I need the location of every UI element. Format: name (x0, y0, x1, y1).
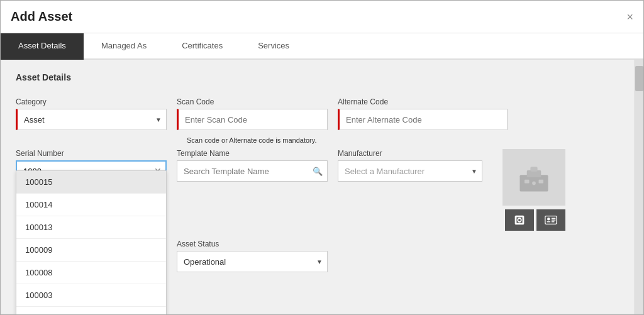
right-panel (502, 149, 565, 231)
modal-body: Asset Details Category Asset Component C… (1, 60, 643, 314)
dropdown-item-2[interactable]: 100013 (16, 216, 166, 239)
scan-code-label: Scan Code (177, 97, 328, 106)
dropdown-item-3[interactable]: 100009 (16, 239, 166, 262)
alternate-code-input[interactable] (338, 109, 508, 130)
image-buttons (505, 209, 565, 231)
mandatory-msg-row: Scan code or Alternate code is mandatory… (16, 134, 619, 144)
dropdown-item-1[interactable]: 100014 (16, 194, 166, 216)
asset-status-wrapper: Operational Non-Operational Retired ▼ (177, 251, 328, 272)
camera-button[interactable] (505, 209, 534, 231)
template-name-group: Template Name 🔍 (177, 149, 328, 182)
id-button[interactable] (536, 209, 565, 231)
mandatory-message: Scan code or Alternate code is mandatory… (187, 136, 316, 144)
manufacturer-select[interactable]: Select a Manufacturer (338, 160, 482, 182)
form-row-1: Category Asset Component Consumable ▼ Sc… (16, 97, 619, 130)
category-group: Category Asset Component Consumable ▼ (16, 97, 167, 130)
form-row-2: Serial Number ✕ 100015 100014 100013 100… (16, 149, 619, 231)
content-area: Asset Details Category Asset Component C… (1, 60, 635, 314)
modal-header: Add Asset × (1, 1, 643, 33)
tab-bar: Asset Details Managed As Certificates Se… (1, 33, 643, 60)
category-label: Category (16, 97, 167, 106)
tab-asset-details[interactable]: Asset Details (1, 33, 84, 60)
dropdown-item-6[interactable]: 100004 (16, 307, 166, 314)
add-asset-modal: Add Asset × Asset Details Managed As Cer… (0, 0, 644, 315)
scrollbar-thumb[interactable] (635, 66, 643, 91)
dropdown-item-0[interactable]: 100015 (16, 171, 166, 194)
svg-point-7 (547, 218, 550, 221)
template-name-input[interactable] (177, 160, 328, 182)
manufacturer-group: Manufacturer Select a Manufacturer ▼ (338, 149, 482, 182)
serial-number-group: Serial Number ✕ 100015 100014 100013 100… (16, 149, 167, 182)
tab-certificates[interactable]: Certificates (164, 33, 240, 60)
scan-code-group: Scan Code (177, 97, 328, 130)
scrollbar[interactable] (635, 60, 643, 314)
close-button[interactable]: × (626, 11, 633, 23)
svg-rect-4 (539, 180, 544, 184)
serial-dropdown: 100015 100014 100013 100009 100008 10000… (16, 170, 167, 314)
modal-title: Add Asset (11, 9, 72, 24)
dropdown-item-4[interactable]: 100008 (16, 262, 166, 284)
category-select[interactable]: Asset Component Consumable (16, 109, 167, 130)
dropdown-item-5[interactable]: 100003 (16, 284, 166, 307)
serial-number-label: Serial Number (16, 149, 167, 158)
asset-status-group: Asset Status Operational Non-Operational… (177, 240, 328, 272)
alternate-code-group: Alternate Code (338, 97, 508, 130)
section-title: Asset Details (16, 72, 619, 86)
asset-image-icon (515, 158, 553, 196)
manufacturer-wrapper: Select a Manufacturer ▼ (338, 160, 482, 182)
template-name-label: Template Name (177, 149, 328, 158)
tab-managed-as[interactable]: Managed As (84, 33, 164, 60)
manufacturer-label: Manufacturer (338, 149, 482, 158)
category-select-wrapper: Asset Component Consumable ▼ (16, 109, 167, 130)
asset-image-area (502, 149, 565, 206)
asset-status-select[interactable]: Operational Non-Operational Retired (177, 251, 328, 272)
svg-rect-2 (530, 167, 537, 172)
asset-status-label: Asset Status (177, 240, 328, 248)
tab-services[interactable]: Services (240, 33, 307, 60)
camera-icon (513, 213, 526, 227)
alternate-code-label: Alternate Code (338, 97, 508, 106)
id-icon (544, 213, 558, 227)
svg-point-5 (532, 182, 536, 185)
svg-rect-3 (525, 180, 530, 184)
template-name-wrapper: 🔍 (177, 160, 328, 182)
scan-code-input[interactable] (177, 109, 328, 130)
